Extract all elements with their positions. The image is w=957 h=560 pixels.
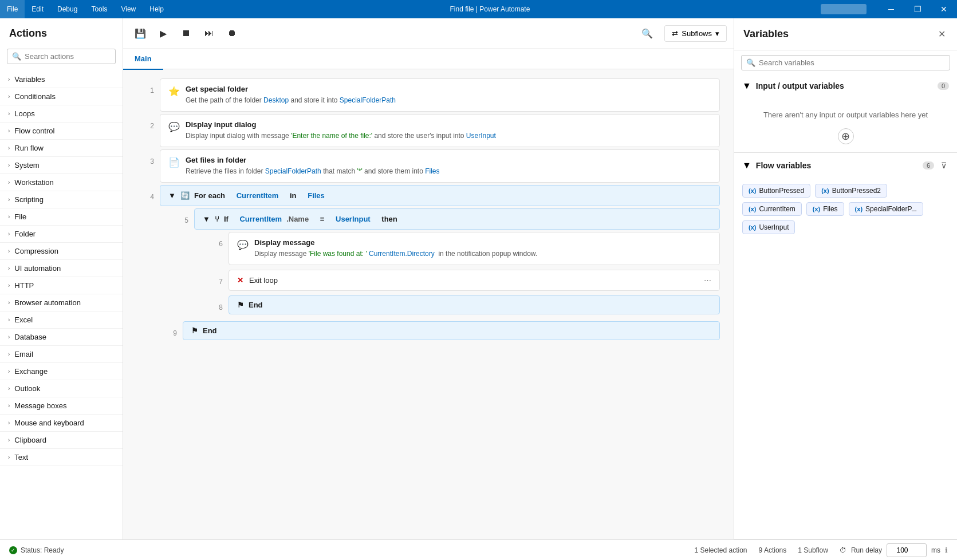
menu-help[interactable]: Help xyxy=(143,0,171,18)
category-mouse-keyboard[interactable]: ›Mouse and keyboard xyxy=(0,415,123,432)
flow-vars-header[interactable]: ▼ Flow variables 6 ⊽ xyxy=(734,153,957,178)
collapse-icon: ▼ xyxy=(168,191,176,200)
if-header[interactable]: ▼ ⑂ If CurrentItem .Name = UserInput the… xyxy=(194,208,720,230)
if-op: = xyxy=(320,215,325,223)
step-exit-loop[interactable]: ✕ Exit loop ⋯ xyxy=(229,270,720,291)
step-get-files-in-folder[interactable]: 📄 Get files in folder Retrieve the files… xyxy=(160,149,720,183)
minimize-button[interactable]: ─ xyxy=(878,0,904,18)
step-6-content: Display message Display message 'File wa… xyxy=(254,238,711,259)
category-compression[interactable]: ›Compression xyxy=(0,243,123,260)
chevron-icon: › xyxy=(8,282,10,289)
exit-loop-icon: ✕ xyxy=(237,276,243,285)
var-chip-special-folder[interactable]: (x) SpecialFolderP... xyxy=(849,202,923,216)
category-excel[interactable]: ›Excel xyxy=(0,311,123,329)
variables-search-input[interactable] xyxy=(759,58,945,67)
step-6-title: Display message xyxy=(254,238,711,247)
var-chip-button-pressed2[interactable]: (x) ButtonPressed2 xyxy=(815,184,887,198)
category-flow-control[interactable]: ›Flow control xyxy=(0,123,123,140)
if-then-keyword: then xyxy=(381,215,397,223)
special-folder-path-var: SpecialFolderPath xyxy=(340,96,396,104)
actions-search-box[interactable]: 🔍 xyxy=(7,49,116,64)
tab-main[interactable]: Main xyxy=(123,49,163,70)
foreach-container: ▼ 🔄 For each CurrentItem in Files 5 xyxy=(160,185,720,342)
run-button[interactable]: ▶ xyxy=(153,23,174,44)
category-clipboard[interactable]: ›Clipboard xyxy=(0,432,123,449)
exit-loop-actions[interactable]: ⋯ xyxy=(704,276,711,285)
subflows-button[interactable]: ⇄ Subflows ▾ xyxy=(664,25,727,42)
foreach-icon: 🔄 xyxy=(180,191,190,200)
var-chip-user-input[interactable]: (x) UserInput xyxy=(742,220,795,234)
step-display-message[interactable]: 💬 Display message Display message 'File … xyxy=(229,232,720,265)
category-browser-automation[interactable]: ›Browser automation xyxy=(0,294,123,311)
menu-edit[interactable]: Edit xyxy=(25,0,50,18)
add-variable-button[interactable]: ⊕ xyxy=(838,128,854,144)
category-conditionals[interactable]: ›Conditionals xyxy=(0,88,123,105)
var-x-icon-2: (x) xyxy=(821,187,829,194)
end-foreach-block[interactable]: ⚑ End xyxy=(183,321,720,340)
category-run-flow[interactable]: ›Run flow xyxy=(0,140,123,157)
var-button-pressed-label: ButtonPressed xyxy=(759,187,804,195)
category-loops[interactable]: ›Loops xyxy=(0,105,123,123)
chevron-icon: › xyxy=(8,162,10,168)
category-variables[interactable]: ›Variables xyxy=(0,71,123,88)
category-folder[interactable]: ›Folder xyxy=(0,226,123,243)
flow-vars-content: (x) ButtonPressed (x) ButtonPressed2 (x)… xyxy=(734,178,957,240)
maximize-button[interactable]: ❐ xyxy=(904,0,931,18)
actions-search-input[interactable] xyxy=(25,52,121,61)
end-foreach-label: End xyxy=(203,326,217,335)
save-button[interactable]: 💾 xyxy=(130,23,151,44)
foreach-header[interactable]: ▼ 🔄 For each CurrentItem in Files xyxy=(160,185,720,206)
category-system[interactable]: ›System xyxy=(0,157,123,174)
foreach-in-keyword: in xyxy=(290,191,297,200)
variables-search-box[interactable]: 🔍 xyxy=(741,55,950,70)
stop-button[interactable]: ⏹ xyxy=(176,23,196,44)
filter-icon[interactable]: ⊽ xyxy=(939,159,949,172)
step-button[interactable]: ⏭ xyxy=(199,23,219,44)
var-chip-files[interactable]: (x) Files xyxy=(806,202,844,216)
if-container: ▼ ⑂ If CurrentItem .Name = UserInput the… xyxy=(194,208,720,317)
chevron-icon: › xyxy=(8,111,10,117)
category-email[interactable]: ›Email xyxy=(0,346,123,363)
menu-view[interactable]: View xyxy=(114,0,143,18)
flow-row-2: 2 💬 Display input dialog Display input d… xyxy=(137,114,720,147)
category-exchange[interactable]: ›Exchange xyxy=(0,363,123,380)
menu-tools[interactable]: Tools xyxy=(84,0,114,18)
category-file[interactable]: ›File xyxy=(0,208,123,226)
input-output-header[interactable]: ▼ Input / output variables 0 xyxy=(734,75,957,97)
variables-close-button[interactable]: ✕ xyxy=(936,26,948,42)
var-chip-button-pressed[interactable]: (x) ButtonPressed xyxy=(742,184,810,198)
step-1-desc: Get the path of the folder Desktop and s… xyxy=(186,95,711,105)
wildcard-str: '*' xyxy=(357,167,363,175)
step-get-special-folder[interactable]: ⭐ Get special folder Get the path of the… xyxy=(160,78,720,112)
category-scripting[interactable]: ›Scripting xyxy=(0,191,123,208)
category-message-boxes[interactable]: ›Message boxes xyxy=(0,397,123,415)
user-avatar-area xyxy=(809,4,878,14)
subflow-count: 1 Subflow xyxy=(798,546,828,554)
chevron-icon: › xyxy=(8,214,10,220)
run-delay-input[interactable] xyxy=(887,543,927,557)
category-outlook[interactable]: ›Outlook xyxy=(0,380,123,397)
end-if-block[interactable]: ⚑ End xyxy=(229,295,720,314)
chevron-icon: › xyxy=(8,248,10,254)
actions-panel: Actions 🔍 ›Variables ›Conditionals ›Loop… xyxy=(0,18,123,539)
menu-file[interactable]: File xyxy=(0,0,25,18)
category-database[interactable]: ›Database xyxy=(0,329,123,346)
step-display-input-dialog[interactable]: 💬 Display input dialog Display input dia… xyxy=(160,114,720,147)
category-workstation[interactable]: ›Workstation xyxy=(0,174,123,191)
category-http[interactable]: ›HTTP xyxy=(0,277,123,294)
get-files-icon: 📄 xyxy=(168,157,180,168)
step-1-title: Get special folder xyxy=(186,85,711,93)
menu-debug[interactable]: Debug xyxy=(50,0,84,18)
record-button[interactable]: ⏺ xyxy=(222,23,242,44)
search-button[interactable]: 🔍 xyxy=(637,23,657,44)
message-icon: 💬 xyxy=(237,239,249,250)
run-delay-area: ⏱ Run delay ms ℹ xyxy=(840,543,948,557)
close-button[interactable]: ✕ xyxy=(931,0,957,18)
foreach-body: 5 ▼ ⑂ If CurrentItem .Name = UserInput xyxy=(171,208,720,319)
var-button-pressed2-label: ButtonPressed2 xyxy=(832,187,881,195)
flag-icon-if: ⚑ xyxy=(237,301,244,309)
category-ui-automation[interactable]: ›UI automation xyxy=(0,260,123,277)
category-text[interactable]: ›Text xyxy=(0,449,123,466)
var-chip-current-item[interactable]: (x) CurrentItem xyxy=(742,202,802,216)
flow-row-5: 5 ▼ ⑂ If CurrentItem .Name = UserInput xyxy=(171,208,720,317)
